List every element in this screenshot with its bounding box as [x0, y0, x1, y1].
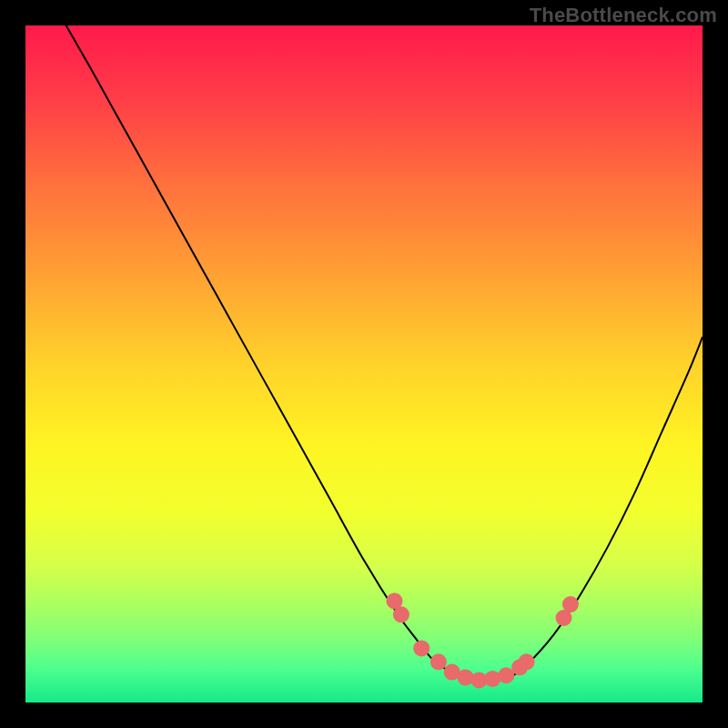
watermark-text: TheBottleneck.com	[530, 4, 717, 27]
gradient-background	[25, 25, 703, 703]
chart-frame: TheBottleneck.com	[0, 0, 728, 728]
bottleneck-curve-chart	[25, 25, 703, 703]
plot-area	[25, 25, 703, 703]
data-marker	[393, 606, 410, 622]
data-marker	[430, 653, 447, 670]
data-marker	[519, 653, 535, 670]
data-marker	[413, 640, 430, 656]
data-marker	[458, 669, 474, 685]
data-marker	[562, 596, 579, 612]
